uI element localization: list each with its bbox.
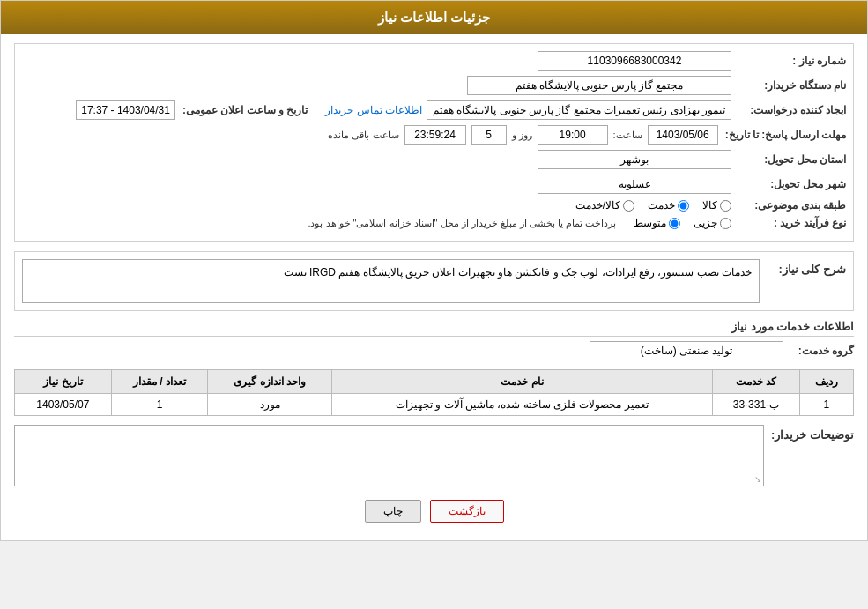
- category-kala-khedmat-label: کالا/خدمت: [575, 199, 620, 212]
- col-service-code: کد خدمت: [713, 370, 800, 394]
- deadline-date: 1403/05/06: [648, 125, 718, 145]
- category-label: طبقه بندی موضوعی:: [731, 199, 846, 212]
- table-header-row: ردیف کد خدمت نام خدمت واحد اندازه گیری ت…: [15, 370, 854, 394]
- creator-label: ایجاد کننده درخواست:: [731, 104, 846, 116]
- creator-row: ایجاد کننده درخواست: تیمور بهزادی رئیس ت…: [22, 100, 846, 120]
- process-radio-motavasset[interactable]: [669, 218, 680, 229]
- category-option-kala[interactable]: کالا: [702, 199, 731, 212]
- need-summary-row: شرح کلی نیاز: خدمات نصب سنسور، رفع ایراد…: [22, 259, 846, 303]
- city-label: شهر محل تحویل:: [731, 178, 846, 190]
- need-summary-section: شرح کلی نیاز: خدمات نصب سنسور، رفع ایراد…: [14, 251, 854, 311]
- announce-label: تاریخ و ساعت اعلان عمومی:: [175, 104, 308, 116]
- buyer-notes-textarea[interactable]: ↘: [14, 425, 764, 486]
- category-radio-group: کالا خدمت کالا/خدمت: [575, 199, 731, 212]
- category-khedmat-label: خدمت: [648, 199, 675, 212]
- category-radio-khedmat[interactable]: [678, 200, 689, 212]
- city-value: عسلویه: [538, 175, 731, 194]
- province-row: استان محل تحویل: بوشهر: [22, 150, 846, 169]
- need-summary-content: خدمات نصب سنسور، رفع ایرادات، لوب جک و ف…: [22, 259, 760, 303]
- process-option-motavasset[interactable]: متوسط: [634, 217, 680, 229]
- main-content: شماره نیاز : 1103096683000342 نام دستگاه…: [1, 34, 867, 540]
- need-number-value: 1103096683000342: [538, 51, 731, 71]
- category-radio-kala[interactable]: [720, 200, 731, 212]
- buttons-row: بازگشت چاپ: [14, 500, 854, 523]
- buyer-org-row: نام دستگاه خریدار: مجتمع گاز پارس جنوبی …: [22, 76, 846, 95]
- print-button[interactable]: چاپ: [365, 500, 421, 523]
- city-row: شهر محل تحویل: عسلویه: [22, 175, 846, 194]
- service-group-value: تولید صنعتی (ساخت): [590, 341, 783, 360]
- buyer-org-value: مجتمع گاز پارس جنوبی پالایشگاه هفتم: [467, 76, 731, 95]
- category-row: طبقه بندی موضوعی: کالا خدمت کالا/خدمت: [22, 199, 846, 212]
- page-wrapper: جزئیات اطلاعات نیاز شماره نیاز : 1103096…: [0, 0, 868, 541]
- cell-date: 1403/05/07: [15, 394, 112, 416]
- process-label: نوع فرآیند خرید :: [731, 217, 846, 229]
- deadline-countdown: 23:59:24: [404, 125, 466, 145]
- need-number-row: شماره نیاز : 1103096683000342: [22, 51, 846, 71]
- deadline-time-label: ساعت:: [613, 130, 642, 141]
- deadline-countdown-label: ساعت باقی مانده: [328, 130, 398, 141]
- need-summary-text: خدمات نصب سنسور، رفع ایرادات، لوب جک و ف…: [22, 259, 760, 303]
- process-option-jozi[interactable]: جزیی: [694, 217, 731, 229]
- col-unit: واحد اندازه گیری: [208, 370, 331, 394]
- process-jozi-label: جزیی: [694, 217, 717, 229]
- cell-quantity: 1: [111, 394, 208, 416]
- process-radio-jozi[interactable]: [720, 218, 731, 229]
- services-table-section: ردیف کد خدمت نام خدمت واحد اندازه گیری ت…: [14, 369, 854, 416]
- info-section: شماره نیاز : 1103096683000342 نام دستگاه…: [14, 43, 854, 242]
- page-header: جزئیات اطلاعات نیاز: [1, 1, 867, 34]
- buyer-notes-label: توضیحات خریدار:: [771, 425, 854, 442]
- deadline-time: 19:00: [538, 125, 608, 145]
- buyer-org-label: نام دستگاه خریدار:: [731, 79, 846, 92]
- category-radio-kala-khedmat[interactable]: [623, 200, 634, 212]
- deadline-days: 5: [471, 125, 507, 145]
- deadline-label: مهلت ارسال پاسخ: تا تاریخ:: [718, 129, 846, 141]
- process-note: پرداخت تمام یا بخشی از مبلغ خریدار از مح…: [308, 218, 616, 229]
- table-body: 1 ب-331-33 تعمیر محصولات فلزی ساخته شده،…: [15, 394, 854, 416]
- deadline-info: 1403/05/06 ساعت: 19:00 روز و 5 23:59:24 …: [328, 125, 717, 145]
- col-quantity: تعداد / مقدار: [111, 370, 208, 394]
- cell-row-num: 1: [799, 394, 853, 416]
- announce-value: 1403/04/31 - 17:37: [76, 100, 175, 120]
- category-kala-label: کالا: [702, 199, 717, 212]
- buyer-notes-section: توضیحات خریدار: ↘: [14, 425, 854, 486]
- resize-icon: ↘: [754, 474, 761, 484]
- cell-service-code: ب-331-33: [713, 394, 800, 416]
- category-option-khedmat[interactable]: خدمت: [648, 199, 689, 212]
- table-header: ردیف کد خدمت نام خدمت واحد اندازه گیری ت…: [15, 370, 854, 394]
- service-group-row: گروه خدمت: تولید صنعتی (ساخت): [14, 341, 854, 360]
- col-row-num: ردیف: [799, 370, 853, 394]
- process-motavasset-label: متوسط: [634, 217, 666, 229]
- process-type-row: نوع فرآیند خرید : جزیی متوسط پرداخت تمام…: [22, 217, 846, 229]
- need-number-label: شماره نیاز :: [731, 55, 846, 67]
- col-date: تاریخ نیاز: [15, 370, 112, 394]
- province-value: بوشهر: [538, 150, 731, 169]
- deadline-day-label: روز و: [512, 130, 532, 141]
- province-label: استان محل تحویل:: [731, 153, 846, 166]
- page-title: جزئیات اطلاعات نیاز: [378, 10, 490, 25]
- cell-service-name: تعمیر محصولات فلزی ساخته شده، ماشین آلات…: [331, 394, 712, 416]
- service-group-label: گروه خدمت:: [783, 345, 854, 357]
- process-radio-group: جزیی متوسط: [634, 217, 731, 229]
- deadline-row: مهلت ارسال پاسخ: تا تاریخ: 1403/05/06 سا…: [22, 125, 846, 145]
- contact-link[interactable]: اطلاعات تماس خریدار: [325, 104, 422, 116]
- category-option-kala-khedmat[interactable]: کالا/خدمت: [575, 199, 634, 212]
- service-info-title: اطلاعات خدمات مورد نیاز: [14, 320, 854, 337]
- col-service-name: نام خدمت: [331, 370, 712, 394]
- cell-unit: مورد: [208, 394, 331, 416]
- need-summary-label: شرح کلی نیاز:: [767, 259, 846, 276]
- services-table: ردیف کد خدمت نام خدمت واحد اندازه گیری ت…: [14, 369, 854, 416]
- table-row: 1 ب-331-33 تعمیر محصولات فلزی ساخته شده،…: [15, 394, 854, 416]
- creator-value: تیمور بهزادی رئیس تعمیرات مجتمع گاز پارس…: [427, 100, 731, 120]
- back-button[interactable]: بازگشت: [430, 500, 504, 523]
